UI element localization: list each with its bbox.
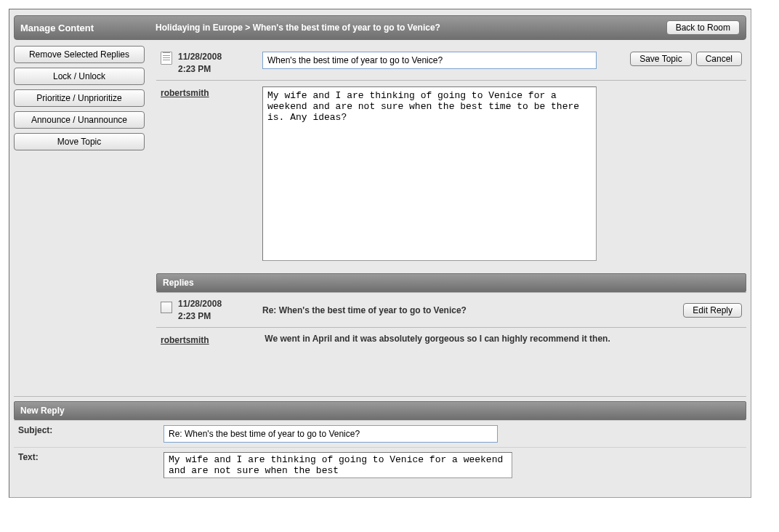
reply-datetime: 11/28/2008 2:23 PM (178, 299, 222, 321)
section-divider (14, 396, 746, 397)
reply-time: 2:23 PM (178, 311, 222, 321)
announce-unannounce-button[interactable]: Announce / Unannounce (14, 111, 145, 129)
edit-reply-button[interactable]: Edit Reply (683, 303, 742, 318)
manage-content-title: Manage Content (20, 23, 156, 33)
reply-subject: Re: When's the best time of year to go t… (262, 305, 467, 315)
replies-heading: Replies (156, 273, 746, 292)
topic-title-input[interactable] (262, 52, 597, 69)
topic-body-row: robertsmith My wife and I are thinking o… (156, 81, 746, 269)
move-topic-button[interactable]: Move Topic (14, 133, 145, 150)
prioritize-unprioritize-button[interactable]: Prioritize / Unprioritize (14, 89, 145, 107)
remove-selected-replies-button[interactable]: Remove Selected Replies (14, 46, 145, 63)
cancel-button[interactable]: Cancel (696, 52, 742, 66)
topic-body-textarea[interactable]: My wife and I are thinking of going to V… (262, 86, 597, 261)
page-header: Manage Content Holidaying in Europe > Wh… (14, 15, 746, 40)
save-topic-button[interactable]: Save Topic (630, 52, 691, 66)
new-reply-text-row: Text: My wife and I are thinking of goin… (14, 447, 746, 483)
content-frame: Manage Content Holidaying in Europe > Wh… (9, 9, 751, 498)
topic-author-link[interactable]: robertsmith (161, 88, 209, 98)
main-column: 11/28/2008 2:23 PM Save Topic Cancel (156, 46, 746, 382)
lock-unlock-button[interactable]: Lock / Unlock (14, 68, 145, 85)
new-reply-text-textarea[interactable]: My wife and I are thinking of going to V… (164, 452, 512, 478)
reply-header-row: 11/28/2008 2:23 PM Re: When's the best t… (156, 292, 746, 328)
new-reply-heading: New Reply (14, 401, 746, 420)
reply-body-text: We went in April and it was absolutely g… (265, 334, 610, 344)
sidebar: Remove Selected Replies Lock / Unlock Pr… (14, 46, 153, 155)
reply-body-row: robertsmith We went in April and it was … (156, 328, 746, 382)
document-icon (161, 52, 172, 65)
outer-scroll-pane[interactable]: Manage Content Holidaying in Europe > Wh… (0, 0, 779, 532)
reply-select-checkbox[interactable] (161, 302, 172, 313)
text-label: Text: (18, 452, 164, 462)
reply-date: 11/28/2008 (178, 299, 222, 309)
topic-header-row: 11/28/2008 2:23 PM Save Topic Cancel (156, 46, 746, 81)
subject-label: Subject: (18, 425, 164, 435)
topic-date: 11/28/2008 (178, 52, 222, 62)
reply-author-link[interactable]: robertsmith (161, 335, 262, 345)
topic-time: 2:23 PM (178, 64, 222, 74)
new-reply-subject-row: Subject: (14, 420, 746, 447)
topic-datetime: 11/28/2008 2:23 PM (178, 52, 222, 74)
breadcrumb: Holidaying in Europe > When's the best t… (156, 23, 666, 33)
app-viewport: Manage Content Holidaying in Europe > Wh… (0, 0, 779, 532)
back-to-room-button[interactable]: Back to Room (666, 20, 740, 35)
new-reply-subject-input[interactable] (164, 425, 498, 443)
